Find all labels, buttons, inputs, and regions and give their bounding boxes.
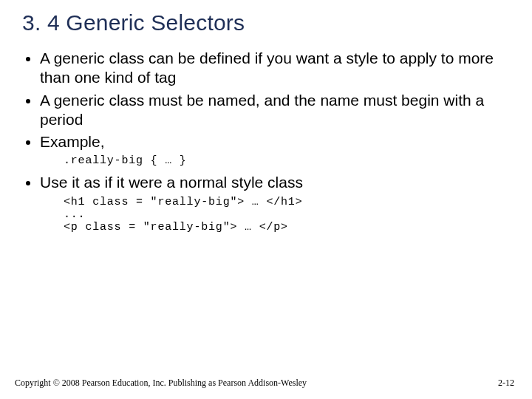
copyright-footer: Copyright © 2008 Pearson Education, Inc.… bbox=[15, 378, 307, 389]
bullet-item: A generic class can be defined if you wa… bbox=[40, 49, 511, 88]
bullet-item: A generic class must be named, and the n… bbox=[40, 91, 511, 130]
bullet-list-2: Use it as if it were a normal style clas… bbox=[27, 173, 511, 192]
code-example-1: .really-big { … } bbox=[64, 154, 511, 167]
bullet-item: Use it as if it were a normal style clas… bbox=[40, 173, 511, 192]
bullet-item: Example, bbox=[40, 132, 511, 151]
page-number: 2-12 bbox=[498, 378, 514, 389]
bullet-list: A generic class can be defined if you wa… bbox=[27, 49, 511, 151]
slide: 3. 4 Generic Selectors A generic class c… bbox=[0, 0, 532, 399]
code-example-2: <h1 class = "really-big"> … </h1> ... <p… bbox=[64, 196, 511, 233]
slide-title: 3. 4 Generic Selectors bbox=[22, 10, 511, 35]
